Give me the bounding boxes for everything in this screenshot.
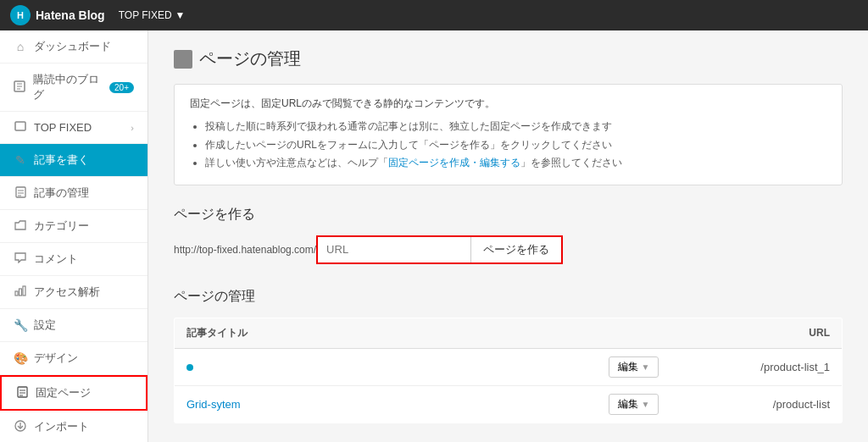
svg-rect-13 xyxy=(23,286,25,296)
sidebar-item-access-analysis[interactable]: アクセス解析 xyxy=(0,276,147,309)
sidebar-label-design: デザイン xyxy=(34,351,78,366)
sidebar-item-settings[interactable]: 🔧 設定 xyxy=(0,309,147,342)
page-title-icon xyxy=(174,50,192,69)
table-cell-edit-2: 編集 ▼ xyxy=(597,385,673,423)
palette-icon: 🎨 xyxy=(14,351,27,365)
blog-name-text: TOP FIXED xyxy=(119,9,172,21)
svg-rect-6 xyxy=(15,122,25,130)
sidebar-label-reading-blogs: 購読中のブログ xyxy=(33,72,103,102)
sidebar-item-reading-blogs[interactable]: 購読中のブログ 20+ xyxy=(0,64,147,112)
article-link-2[interactable]: Grid-sytem xyxy=(186,398,241,411)
info-box: 固定ページは、固定URLのみで閲覧できる静的なコンテンツです。 投稿した順に時系… xyxy=(174,84,843,185)
edit-dropdown-arrow-2: ▼ xyxy=(642,400,650,409)
sidebar-item-import[interactable]: インポート xyxy=(0,411,147,442)
reading-blogs-badge: 20+ xyxy=(109,82,134,93)
blog-name-selector[interactable]: TOP FIXED ▼ xyxy=(119,9,186,21)
topbar: H Hatena Blog TOP FIXED ▼ xyxy=(0,0,868,30)
sidebar: ⌂ ダッシュボード 購読中のブログ 20+ TOP FIXED xyxy=(0,30,148,442)
info-box-item-1: 投稿した順に時系列で扱われる通常の記事とは別に、独立した固定ページを作成できます xyxy=(205,118,826,136)
row-indicator-icon xyxy=(186,364,193,371)
page-title-text: ページの管理 xyxy=(199,47,301,70)
comment-icon xyxy=(14,252,27,266)
sidebar-label-fixed-page: 固定ページ xyxy=(36,385,91,401)
column-header-title: 記事タイトル xyxy=(175,318,597,348)
table-cell-url-1: /product-list_1 xyxy=(673,348,843,385)
sidebar-label-settings: 設定 xyxy=(34,318,56,333)
sidebar-item-fixed-page[interactable]: 固定ページ xyxy=(0,375,147,411)
edit-button-2-label: 編集 xyxy=(618,397,638,412)
sidebar-label-article-manage: 記事の管理 xyxy=(34,185,89,201)
book-icon xyxy=(14,80,26,95)
table-cell-title-1 xyxy=(175,348,597,385)
sidebar-label-top-fixed: TOP FIXED xyxy=(34,121,92,134)
sidebar-label-comment: コメント xyxy=(34,251,78,267)
info-box-list: 投稿した順に時系列で扱われる通常の記事とは別に、独立した固定ページを作成できます… xyxy=(190,118,826,173)
edit-button-1-label: 編集 xyxy=(618,360,638,374)
url-input-wrapper: ページを作る xyxy=(316,235,563,264)
svg-rect-11 xyxy=(15,291,18,296)
help-link[interactable]: 固定ページを作成・編集する xyxy=(388,157,520,169)
manage-table: 記事タイトル URL 編集 ▼ /product-l xyxy=(174,318,843,423)
dropdown-arrow-icon: ▼ xyxy=(175,9,186,21)
home-icon: ⌂ xyxy=(14,40,27,53)
sidebar-item-category[interactable]: カテゴリー xyxy=(0,210,147,243)
edit-icon: ✎ xyxy=(14,153,27,167)
main-content: ページの管理 固定ページは、固定URLのみで閲覧できる静的なコンテンツです。 投… xyxy=(148,30,868,442)
blog-icon xyxy=(14,120,27,135)
document-icon xyxy=(14,186,27,201)
sidebar-item-write-article[interactable]: ✎ 記事を書く xyxy=(0,144,147,177)
chevron-right-icon: › xyxy=(131,123,134,133)
column-header-edit xyxy=(597,318,673,348)
info-box-item-3: 詳しい使い方や注意点などは、ヘルプ「固定ページを作成・編集する」を参照してくださ… xyxy=(205,154,826,173)
topbar-logo[interactable]: H Hatena Blog xyxy=(10,5,105,25)
page-title: ページの管理 xyxy=(174,47,843,70)
sidebar-item-article-manage[interactable]: 記事の管理 xyxy=(0,177,147,210)
chart-icon xyxy=(14,285,27,299)
info-box-item-2: 作成したいページのURLをフォームに入力して「ページを作る」をクリックしてくださ… xyxy=(205,136,826,155)
sidebar-label-dashboard: ダッシュボード xyxy=(34,39,111,54)
svg-rect-12 xyxy=(19,289,22,296)
sidebar-label-access-analysis: アクセス解析 xyxy=(34,285,100,300)
sidebar-item-top-fixed[interactable]: TOP FIXED › xyxy=(0,112,147,144)
import-icon xyxy=(14,420,27,434)
sidebar-item-design[interactable]: 🎨 デザイン xyxy=(0,342,147,375)
info-box-description: 固定ページは、固定URLのみで閲覧できる静的なコンテンツです。 xyxy=(190,97,826,111)
svg-text:H: H xyxy=(17,10,24,20)
sidebar-label-import: インポート xyxy=(34,419,89,434)
create-section-title: ページを作る xyxy=(174,206,843,224)
table-row: 編集 ▼ /product-list_1 xyxy=(175,348,843,385)
column-header-url: URL xyxy=(673,318,843,348)
site-name-label: Hatena Blog xyxy=(36,8,105,22)
url-form: http://top-fixed.hatenablog.com/ ページを作る xyxy=(174,235,843,264)
url-base-text: http://top-fixed.hatenablog.com/ xyxy=(174,244,316,256)
wrench-icon: 🔧 xyxy=(14,318,27,332)
create-page-button[interactable]: ページを作る xyxy=(470,237,561,262)
edit-button-1[interactable]: 編集 ▼ xyxy=(609,356,659,378)
table-cell-url-2: /product-list xyxy=(673,385,843,423)
edit-dropdown-arrow-1: ▼ xyxy=(642,362,650,372)
sidebar-item-comment[interactable]: コメント xyxy=(0,243,147,276)
url-input[interactable] xyxy=(318,237,470,262)
hatena-logo-icon: H xyxy=(10,5,31,25)
fixed-page-icon xyxy=(15,386,29,401)
sidebar-label-category: カテゴリー xyxy=(34,218,89,234)
edit-button-2[interactable]: 編集 ▼ xyxy=(609,394,659,415)
sidebar-item-dashboard[interactable]: ⌂ ダッシュボード xyxy=(0,30,147,64)
table-header: 記事タイトル URL xyxy=(175,318,843,348)
folder-icon xyxy=(14,219,27,233)
main-layout: ⌂ ダッシュボード 購読中のブログ 20+ TOP FIXED xyxy=(0,30,868,442)
table-row: Grid-sytem 編集 ▼ /product-list xyxy=(175,385,843,423)
table-cell-title-2: Grid-sytem xyxy=(175,385,597,423)
sidebar-label-write-article: 記事を書く xyxy=(34,152,89,168)
table-cell-edit-1: 編集 ▼ xyxy=(597,348,673,385)
manage-section-title: ページの管理 xyxy=(174,288,843,306)
table-body: 編集 ▼ /product-list_1 Grid-sytem 編集 ▼ xyxy=(175,348,843,423)
